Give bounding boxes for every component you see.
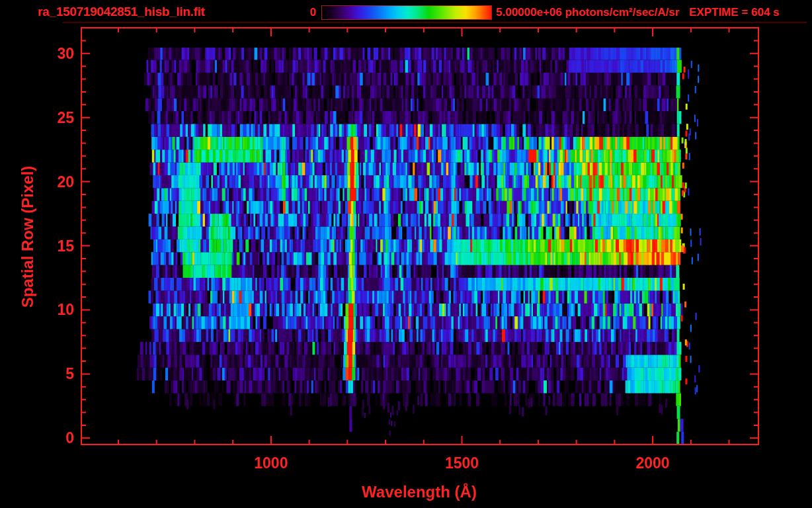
colorbar xyxy=(321,5,492,20)
page-title: ra_150719042851_hisb_lin.fit xyxy=(38,5,205,19)
y-tick-label: 5 xyxy=(28,365,74,383)
y-tick-label: 10 xyxy=(28,301,74,319)
y-tick-label: 30 xyxy=(28,45,74,63)
y-tick-label: 20 xyxy=(28,173,74,191)
colorbar-min-label: 0 xyxy=(303,6,316,19)
plot-window: ra_150719042851_hisb_lin.fit 0 5.00000e+… xyxy=(0,0,812,508)
x-axis-title: Wavelength (Å) xyxy=(320,483,518,501)
x-tick-label: 1000 xyxy=(241,454,301,472)
colorbar-max-label: 5.00000e+06 photons/cm²/sec/A/sr xyxy=(496,6,679,19)
y-tick-label: 25 xyxy=(28,109,74,127)
y-tick-label: 15 xyxy=(28,237,74,255)
header-divider xyxy=(63,22,807,23)
exptime-label: EXPTIME = 604 s xyxy=(689,6,780,19)
x-tick-label: 2000 xyxy=(623,454,682,472)
spectrogram-canvas xyxy=(82,28,758,449)
y-tick-label: 0 xyxy=(28,429,74,447)
x-tick-label: 1500 xyxy=(432,454,491,472)
